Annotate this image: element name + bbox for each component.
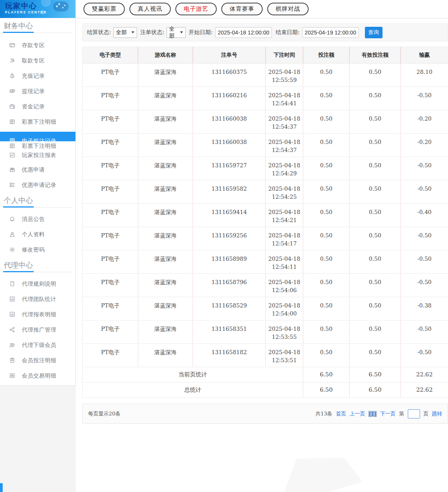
watermark-shape [283,458,365,492]
tab-电子游艺[interactable]: 电子游艺 [175,3,217,15]
table-cell: 0.50 [350,274,401,297]
table-cell: -0.50 [401,180,448,204]
sidebar-item-label: 提现记录 [22,88,45,95]
sidebar-item[interactable]: 优惠申请 [0,162,75,177]
sidebar-item[interactable]: 个人资料 [0,227,75,242]
table-cell: 0.50 [303,320,350,344]
user-icon [9,231,15,237]
players-center-page: 玩家中心 PLAYERS CENTER 财务中心 存款专区取款专区充值记录提现记… [0,0,448,492]
next-page-link[interactable]: 下一页 [380,410,396,417]
end-date-input[interactable] [302,27,359,38]
first-page-link[interactable]: 首页 [336,410,346,417]
agent-menu: 代理规则说明代理团队统计代理报表明细代理推广管理代理下级会员会员投注明细会员交易… [0,272,75,383]
sidebar-item[interactable]: 资金记录 [0,99,75,114]
prev-page-link[interactable]: 上一页 [350,410,365,417]
section-title: 财务中心 [3,22,72,30]
main-content: 雙赢彩票真人视讯电子游艺体育赛事棋牌对战 结算状态: 全部 注单状态: 全部 开… [76,0,448,492]
settle-status-select[interactable]: 全部 [113,27,137,38]
bar-chart-icon [9,311,15,317]
table-cell: 0.50 [350,250,401,274]
sidebar-item[interactable]: 消息公告 [0,211,75,227]
table-cell: 2025-04-18 12:54:41 [266,87,303,110]
tab-体育赛事[interactable]: 体育赛事 [221,3,263,15]
sidebar-item[interactable]: 玩家投注报表 [0,150,75,160]
table-cell: 湛蓝深海 [138,134,193,157]
table-cell: -0.50 [401,157,448,180]
table-cell: 0.50 [303,64,350,87]
gift-icon [9,167,15,173]
settle-status-value: 全部 [116,29,127,36]
sidebar-item[interactable]: 存款专区 [0,38,75,53]
table-cell: 0.50 [303,227,350,250]
sidebar-item-label: 取款专区 [22,57,45,64]
decorative-dot [40,10,45,15]
start-date-input[interactable] [215,27,272,38]
jump-button[interactable]: 跳转 [432,410,442,417]
table-cell: 1311660038 [193,134,266,157]
table-row: PT电子湛蓝深海13116600382025-04-18 12:54:370.5… [83,134,448,157]
bets-table: 电子类型游戏名称注单号下注时间投注额有效投注额输赢 PT电子湛蓝深海131166… [82,47,448,398]
table-cell: PT电子 [83,227,138,250]
sidebar-item-label: 修改密码 [22,246,45,253]
column-header: 游戏名称 [138,47,193,64]
tab-棋牌对战[interactable]: 棋牌对战 [267,3,309,15]
wallet-icon [9,103,15,110]
table-cell: 1311658796 [193,274,266,297]
summary-row: 当前页统计6.506.5022.62 [83,367,448,382]
table-cell: -0.40 [401,204,448,227]
order-status-select[interactable]: 全部 [167,27,186,38]
column-header: 输赢 [401,47,448,64]
table-cell: 0.50 [303,157,350,180]
table-cell: 1311658182 [193,344,266,367]
order-status-label: 注单状态: [140,29,164,36]
table-cell: 2025-04-18 12:54:25 [266,180,303,204]
sidebar-item[interactable]: 会员投注明细 [0,353,75,368]
sidebar-item[interactable]: 代理推广管理 [0,322,75,337]
table-cell: 湛蓝深海 [138,344,193,367]
sidebar-item[interactable]: 优惠申请记录 [0,177,75,193]
sidebar-item[interactable]: 电子投注记录 [0,132,75,141]
sidebar-item[interactable]: 代理报表明细 [0,307,75,322]
tab-真人视讯[interactable]: 真人视讯 [129,3,171,15]
sidebar-item[interactable]: 代理团队统计 [0,291,75,307]
sidebar-item[interactable]: 提现记录 [0,83,75,99]
bottom-left-accent [0,483,3,492]
sidebar-item-label: 电子投注记录 [22,137,56,141]
table-cell: -0.20 [401,134,448,157]
sidebar-item[interactable]: 充值记录 [0,68,75,83]
sidebar-item[interactable]: 取款专区 [0,53,75,68]
sidebar-item[interactable]: 彩票下注明细 [0,141,75,150]
summary-value: 6.50 [350,382,401,398]
sidebar-item-label: 优惠申请 [22,166,45,173]
page-number-input[interactable] [408,409,420,418]
sidebar: 玩家中心 PLAYERS CENTER 财务中心 存款专区取款专区充值记录提现记… [0,0,76,492]
page-suffix-label: 页 [423,410,429,417]
table-row: PT电子湛蓝深海13116597272025-04-18 12:54:290.5… [83,157,448,180]
summary-value: 6.50 [303,382,350,398]
sidebar-item-label: 会员投注明细 [22,357,56,364]
table-cell: PT电子 [83,157,138,180]
list-check-icon [9,182,15,188]
table-cell: 0.50 [303,180,350,204]
current-page-indicator[interactable]: [1] [368,411,376,417]
section-header-finance: 财务中心 [0,18,75,33]
gamepad-icon [53,2,69,11]
tab-雙赢彩票[interactable]: 雙赢彩票 [83,3,125,15]
brand-header: 玩家中心 PLAYERS CENTER [0,0,75,18]
sidebar-item[interactable]: 代理规则说明 [0,276,75,291]
table-cell: 0.50 [350,227,401,250]
table-cell: 2025-04-18 12:54:21 [266,204,303,227]
table-cell: 湛蓝深海 [138,87,193,110]
pagination-controls: 共13条 首页 上一页 [1] 下一页 第 页 跳转 [316,409,442,418]
query-button[interactable]: 查询 [365,27,383,38]
sidebar-item[interactable]: 修改密码 [0,242,75,257]
sidebar-item[interactable]: 代理下级会员 [0,337,75,353]
table-cell: 0.50 [350,110,401,134]
sidebar-item-label: 个人资料 [22,231,45,238]
sidebar-item[interactable]: 彩票下注明细 [0,114,75,129]
sidebar-item[interactable]: 会员交易明细 [0,368,75,383]
table-cell: -0.50 [401,87,448,110]
chevron-down-icon [180,31,183,33]
summary-row: 总统计6.506.5022.62 [83,382,448,398]
table-cell: -0.50 [401,320,448,344]
